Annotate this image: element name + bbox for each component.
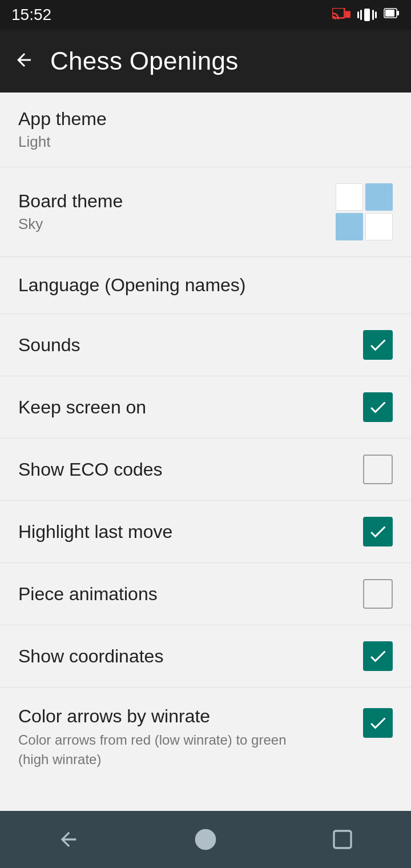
setting-sounds[interactable]: Sounds <box>0 314 411 376</box>
setting-show-eco-codes-label: Show ECO codes <box>18 459 363 480</box>
status-icons <box>332 7 400 22</box>
color-arrows-checkbox[interactable] <box>363 708 393 738</box>
nav-recent-button[interactable] <box>325 822 360 857</box>
setting-board-theme-value: Sky <box>18 215 336 233</box>
setting-show-coordinates-text: Show coordinates <box>18 646 363 667</box>
board-cell-tl <box>336 183 363 211</box>
setting-sounds-label: Sounds <box>18 335 363 356</box>
svg-rect-3 <box>397 11 399 15</box>
setting-board-theme[interactable]: Board theme Sky <box>0 167 411 257</box>
setting-keep-screen-on-label: Keep screen on <box>18 397 363 418</box>
app-bar: Chess Openings <box>0 30 411 93</box>
setting-app-theme[interactable]: App theme Light <box>0 93 411 167</box>
setting-app-theme-value: Light <box>18 133 393 151</box>
setting-highlight-last-move-text: Highlight last move <box>18 521 363 542</box>
board-cell-bl <box>336 213 363 240</box>
setting-show-eco-codes-text: Show ECO codes <box>18 459 363 480</box>
nav-bar <box>0 811 411 868</box>
setting-language-text: Language (Opening names) <box>18 275 393 296</box>
svg-point-6 <box>202 835 209 843</box>
nav-home-button[interactable] <box>188 822 223 857</box>
sounds-checkbox[interactable] <box>363 330 393 360</box>
setting-highlight-last-move[interactable]: Highlight last move <box>0 501 411 563</box>
setting-color-arrows-text: Color arrows by winrate Color arrows fro… <box>18 706 363 769</box>
setting-app-theme-text: App theme Light <box>18 108 393 151</box>
setting-board-theme-text: Board theme Sky <box>18 191 336 233</box>
show-coordinates-checkbox[interactable] <box>363 641 393 671</box>
setting-language[interactable]: Language (Opening names) <box>0 257 411 314</box>
app-title: Chess Openings <box>50 47 239 75</box>
board-theme-preview <box>336 183 393 240</box>
cast-icon <box>332 8 350 22</box>
settings-list: App theme Light Board theme Sky Language… <box>0 93 411 811</box>
setting-app-theme-label: App theme <box>18 108 393 130</box>
setting-show-coordinates[interactable]: Show coordinates <box>0 625 411 688</box>
setting-color-arrows-description: Color arrows from red (low winrate) to g… <box>18 730 315 769</box>
svg-rect-7 <box>334 831 351 848</box>
show-eco-codes-checkbox[interactable] <box>363 455 393 484</box>
board-cell-br <box>365 213 393 240</box>
svg-rect-4 <box>385 10 394 17</box>
svg-rect-1 <box>345 11 350 18</box>
setting-color-arrows-label: Color arrows by winrate <box>18 706 363 727</box>
setting-piece-animations[interactable]: Piece animations <box>0 563 411 625</box>
nav-back-button[interactable] <box>51 822 86 857</box>
setting-language-label: Language (Opening names) <box>18 275 393 296</box>
status-time: 15:52 <box>11 6 51 24</box>
setting-keep-screen-on-text: Keep screen on <box>18 397 363 418</box>
setting-board-theme-label: Board theme <box>18 191 336 212</box>
highlight-last-move-checkbox[interactable] <box>363 517 393 546</box>
keep-screen-on-checkbox[interactable] <box>363 392 393 422</box>
setting-piece-animations-label: Piece animations <box>18 584 363 605</box>
setting-highlight-last-move-label: Highlight last move <box>18 521 363 542</box>
back-button[interactable] <box>14 50 34 73</box>
battery-icon <box>384 7 400 22</box>
piece-animations-checkbox[interactable] <box>363 579 393 609</box>
vibrate-icon <box>357 9 377 21</box>
status-bar: 15:52 <box>0 0 411 30</box>
setting-piece-animations-text: Piece animations <box>18 584 363 605</box>
board-cell-tr <box>365 183 393 211</box>
setting-show-eco-codes[interactable]: Show ECO codes <box>0 439 411 501</box>
setting-sounds-text: Sounds <box>18 335 363 356</box>
setting-show-coordinates-label: Show coordinates <box>18 646 363 667</box>
setting-color-arrows[interactable]: Color arrows by winrate Color arrows fro… <box>0 688 411 787</box>
setting-keep-screen-on[interactable]: Keep screen on <box>0 376 411 439</box>
